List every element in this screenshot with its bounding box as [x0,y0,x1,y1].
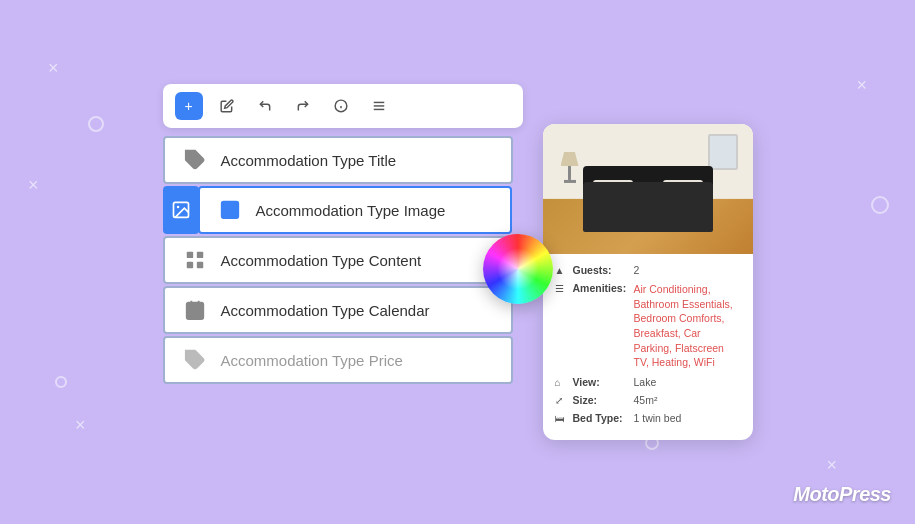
bedroom-illustration [543,124,753,254]
view-icon: ⌂ [555,377,567,388]
deco-x-5: × [826,455,837,476]
widget-list: Accommodation Type Title Accommodation T… [163,136,523,384]
widget-image-label: Accommodation Type Image [256,201,446,218]
toolbar: + [163,84,523,128]
size-icon: ⤢ [555,395,567,406]
widget-row-calendar[interactable]: Accommodation Type Calendar [163,286,523,334]
undo-button[interactable] [251,92,279,120]
motopress-logo: MotoPress [793,483,891,506]
view-val: Lake [634,376,657,388]
hotel-card: ▲ Guests: 2 ☰ Amenities: Air Conditionin… [543,124,753,440]
detail-row-size: ⤢ Size: 45m² [555,394,741,406]
person-icon: ▲ [555,265,567,276]
grid-icon [181,246,209,274]
redo-button[interactable] [289,92,317,120]
deco-circle-3 [871,196,889,214]
deco-x-4: × [856,75,867,96]
widget-box-content[interactable]: Accommodation Type Content [163,236,513,284]
widget-box-title[interactable]: Accommodation Type Title [163,136,513,184]
hotel-image [543,124,753,254]
svg-point-8 [176,206,179,209]
deco-x-3: × [75,415,86,436]
size-key: Size: [573,394,628,406]
amenities-val: Air Conditioning, Bathroom Essentials, B… [634,282,741,370]
widget-content-label: Accommodation Type Content [221,251,422,268]
amenities-icon: ☰ [555,283,567,294]
calendar-icon [181,296,209,324]
widget-price-label: Accommodation Type Price [221,351,403,368]
deco-x-2: × [28,175,39,196]
svg-rect-11 [186,252,192,258]
tag-icon [181,146,209,174]
room-details: ▲ Guests: 2 ☰ Amenities: Air Conditionin… [543,254,753,440]
left-panel: + [163,84,523,384]
widget-image-side-icon [163,186,199,234]
color-wheel [483,234,553,304]
widget-row-image[interactable]: Accommodation Type Image [163,186,523,234]
deco-x-1: × [48,58,59,79]
image-icon [216,196,244,224]
widget-row-title[interactable]: Accommodation Type Title [163,136,523,184]
svg-rect-13 [186,262,192,268]
widget-box-calendar[interactable]: Accommodation Type Calendar [163,286,513,334]
detail-row-view: ⌂ View: Lake [555,376,741,388]
guests-key: Guests: [573,264,628,276]
widget-box-price[interactable]: Accommodation Type Price [163,336,513,384]
amenities-key: Amenities: [573,282,628,294]
detail-row-guests: ▲ Guests: 2 [555,264,741,276]
widget-calendar-label: Accommodation Type Calendar [221,301,430,318]
svg-point-10 [225,205,228,208]
widget-box-image[interactable]: Accommodation Type Image [198,186,512,234]
info-button[interactable] [327,92,355,120]
menu-button[interactable] [365,92,393,120]
detail-row-bed: 🛏 Bed Type: 1 twin bed [555,412,741,424]
main-container: + [163,84,753,440]
widget-title-label: Accommodation Type Title [221,151,397,168]
deco-circle-1 [88,116,104,132]
svg-rect-12 [196,252,202,258]
size-val: 45m² [634,394,658,406]
add-button[interactable]: + [175,92,203,120]
view-key: View: [573,376,628,388]
bed-key: Bed Type: [573,412,628,424]
bed-val: 1 twin bed [634,412,682,424]
bed-type-icon: 🛏 [555,413,567,424]
widget-row-content[interactable]: Accommodation Type Content [163,236,523,284]
price-icon [181,346,209,374]
svg-rect-14 [196,262,202,268]
widget-row-price[interactable]: Accommodation Type Price [163,336,523,384]
svg-rect-15 [186,303,203,320]
pencil-button[interactable] [213,92,241,120]
deco-circle-2 [55,376,67,388]
detail-row-amenities: ☰ Amenities: Air Conditioning, Bathroom … [555,282,741,370]
guests-val: 2 [634,264,640,276]
